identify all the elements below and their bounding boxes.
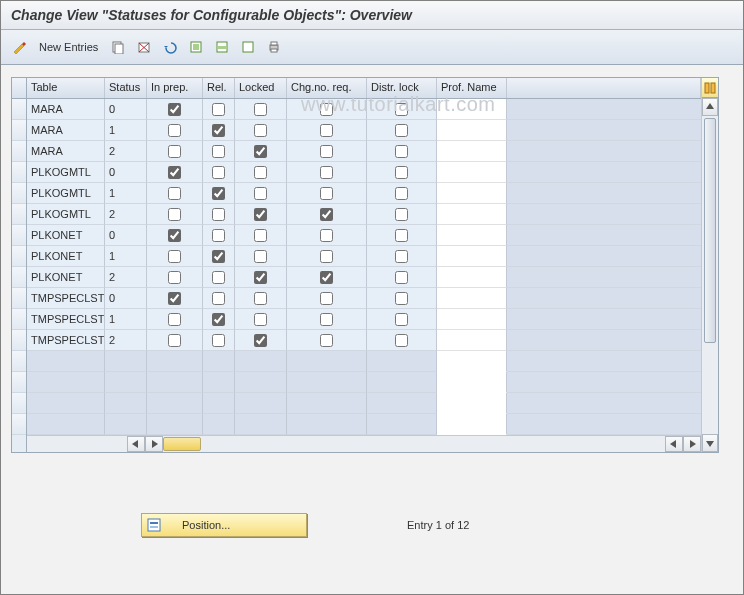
col-header-inprep[interactable]: In prep.	[147, 78, 203, 98]
hscroll-thumb[interactable]	[163, 437, 201, 451]
checkbox-inprep[interactable]	[168, 229, 181, 242]
checkbox-rel[interactable]	[212, 166, 225, 179]
checkbox-inprep[interactable]	[168, 334, 181, 347]
hscroll-right2-icon[interactable]	[683, 436, 701, 452]
cell-table[interactable]: MARA	[27, 99, 105, 120]
col-header-status[interactable]: Status	[105, 78, 147, 98]
cell-table[interactable]: PLKONET	[27, 246, 105, 267]
configure-columns-icon[interactable]	[702, 78, 718, 98]
cell-prof[interactable]	[437, 309, 507, 330]
checkbox-inprep[interactable]	[168, 124, 181, 137]
checkbox-chgreq[interactable]	[320, 187, 333, 200]
checkbox-distr[interactable]	[395, 124, 408, 137]
checkbox-distr[interactable]	[395, 292, 408, 305]
cell-status[interactable]: 2	[105, 267, 147, 288]
undo-icon[interactable]	[160, 37, 180, 57]
cell-status[interactable]: 1	[105, 309, 147, 330]
row-select-handle[interactable]	[12, 414, 26, 435]
print-icon[interactable]	[264, 37, 284, 57]
cell-prof[interactable]	[437, 330, 507, 351]
checkbox-chgreq[interactable]	[320, 229, 333, 242]
row-select-handle[interactable]	[12, 309, 26, 330]
delete-icon[interactable]	[134, 37, 154, 57]
cell-table[interactable]: PLKONET	[27, 225, 105, 246]
cell-prof[interactable]	[437, 267, 507, 288]
col-header-chgreq[interactable]: Chg.no. req.	[287, 78, 367, 98]
checkbox-rel[interactable]	[212, 271, 225, 284]
col-header-rel[interactable]: Rel.	[203, 78, 235, 98]
vscroll-thumb[interactable]	[704, 118, 716, 343]
checkbox-distr[interactable]	[395, 103, 408, 116]
checkbox-inprep[interactable]	[168, 145, 181, 158]
cell-prof[interactable]	[437, 288, 507, 309]
cell-prof[interactable]	[437, 246, 507, 267]
cell-prof[interactable]	[437, 120, 507, 141]
cell-table[interactable]: TMPSPECLST	[27, 288, 105, 309]
checkbox-rel[interactable]	[212, 124, 225, 137]
row-select-handle[interactable]	[12, 351, 26, 372]
checkbox-distr[interactable]	[395, 250, 408, 263]
checkbox-distr[interactable]	[395, 166, 408, 179]
cell-prof[interactable]	[437, 183, 507, 204]
checkbox-distr[interactable]	[395, 229, 408, 242]
checkbox-locked[interactable]	[254, 124, 267, 137]
vscroll-down-icon[interactable]	[702, 434, 718, 452]
cell-table[interactable]: PLKOGMTL	[27, 183, 105, 204]
toggle-change-icon[interactable]	[9, 37, 29, 57]
row-select-handle[interactable]	[12, 393, 26, 414]
checkbox-inprep[interactable]	[168, 250, 181, 263]
cell-table[interactable]: TMPSPECLST	[27, 330, 105, 351]
checkbox-rel[interactable]	[212, 250, 225, 263]
checkbox-inprep[interactable]	[168, 187, 181, 200]
cell-status[interactable]: 2	[105, 204, 147, 225]
position-button[interactable]: Position...	[141, 513, 307, 537]
checkbox-rel[interactable]	[212, 145, 225, 158]
row-select-handle[interactable]	[12, 225, 26, 246]
checkbox-chgreq[interactable]	[320, 250, 333, 263]
checkbox-locked[interactable]	[254, 208, 267, 221]
checkbox-locked[interactable]	[254, 145, 267, 158]
row-select-handle[interactable]	[12, 288, 26, 309]
checkbox-locked[interactable]	[254, 313, 267, 326]
checkbox-rel[interactable]	[212, 334, 225, 347]
row-select-handle[interactable]	[12, 267, 26, 288]
row-select-handle[interactable]	[12, 162, 26, 183]
checkbox-rel[interactable]	[212, 229, 225, 242]
checkbox-rel[interactable]	[212, 208, 225, 221]
checkbox-inprep[interactable]	[168, 208, 181, 221]
cell-prof[interactable]	[437, 162, 507, 183]
checkbox-locked[interactable]	[254, 292, 267, 305]
checkbox-rel[interactable]	[212, 292, 225, 305]
cell-table[interactable]: MARA	[27, 120, 105, 141]
deselect-all-icon[interactable]	[238, 37, 258, 57]
checkbox-chgreq[interactable]	[320, 313, 333, 326]
row-select-handle[interactable]	[12, 204, 26, 225]
checkbox-chgreq[interactable]	[320, 292, 333, 305]
select-all-icon[interactable]	[186, 37, 206, 57]
cell-prof[interactable]	[437, 99, 507, 120]
cell-table[interactable]: PLKONET	[27, 267, 105, 288]
row-select-handle[interactable]	[12, 246, 26, 267]
checkbox-chgreq[interactable]	[320, 103, 333, 116]
row-select-handle[interactable]	[12, 120, 26, 141]
col-header-prof[interactable]: Prof. Name	[437, 78, 507, 98]
checkbox-locked[interactable]	[254, 103, 267, 116]
row-select-handle[interactable]	[12, 141, 26, 162]
checkbox-locked[interactable]	[254, 250, 267, 263]
checkbox-distr[interactable]	[395, 313, 408, 326]
cell-status[interactable]: 1	[105, 183, 147, 204]
checkbox-distr[interactable]	[395, 271, 408, 284]
checkbox-chgreq[interactable]	[320, 208, 333, 221]
checkbox-rel[interactable]	[212, 313, 225, 326]
checkbox-distr[interactable]	[395, 145, 408, 158]
cell-prof[interactable]	[437, 141, 507, 162]
checkbox-locked[interactable]	[254, 187, 267, 200]
cell-prof[interactable]	[437, 204, 507, 225]
cell-status[interactable]: 0	[105, 162, 147, 183]
hscroll-right-icon[interactable]	[145, 436, 163, 452]
vscroll-up-icon[interactable]	[702, 98, 718, 116]
cell-table[interactable]: MARA	[27, 141, 105, 162]
hscroll-left-icon[interactable]	[127, 436, 145, 452]
cell-status[interactable]: 0	[105, 288, 147, 309]
row-select-handle[interactable]	[12, 99, 26, 120]
